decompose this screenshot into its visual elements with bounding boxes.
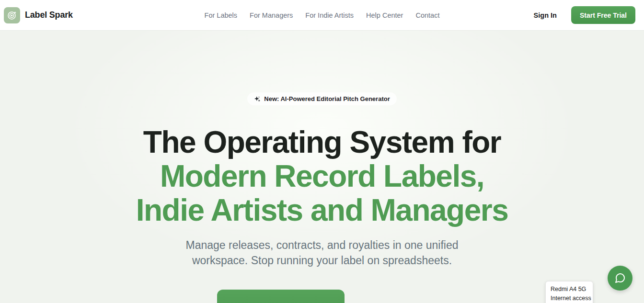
nav-link-for-indie-artists[interactable]: For Indie Artists [305,11,354,19]
start-free-trial-button[interactable]: Start Free Trial [571,6,635,24]
chat-widget-button[interactable] [608,266,632,291]
brand[interactable]: Label Spark [4,7,73,23]
hero-title: The Operating System for Modern Record L… [0,125,644,227]
hero-primary-cta-button[interactable] [217,290,345,303]
nav-link-contact[interactable]: Contact [415,11,439,19]
hero-subtitle-line2: workspace. Stop running your label on sp… [192,254,452,267]
hero-title-line3: Indie Artists and Managers [136,193,508,227]
network-status: Internet access [551,294,588,303]
sparkles-icon [254,96,261,102]
hero-title-line2: Modern Record Labels, [160,159,484,193]
hero-subtitle: Manage releases, contracts, and royaltie… [0,237,644,268]
vinyl-record-logo-icon [4,7,20,23]
hero-subtitle-line1: Manage releases, contracts, and royaltie… [186,239,459,251]
message-circle-icon [614,272,626,284]
nav-link-for-managers[interactable]: For Managers [250,11,293,19]
sign-in-link[interactable]: Sign In [534,11,557,19]
nav-link-help-center[interactable]: Help Center [366,11,403,19]
nav-link-for-labels[interactable]: For Labels [205,11,238,19]
network-name: Redmi A4 5G [551,285,588,294]
network-status-tooltip: Redmi A4 5G Internet access [545,281,593,303]
new-feature-badge[interactable]: New: AI-Powered Editorial Pitch Generato… [247,92,396,105]
brand-name: Label Spark [25,10,73,20]
hero-title-line1: The Operating System for [143,125,501,159]
hero-section: New: AI-Powered Editorial Pitch Generato… [0,31,644,303]
badge-label: New: AI-Powered Editorial Pitch Generato… [264,95,390,102]
header: Label Spark For Labels For Managers For … [0,0,644,31]
auth-actions: Sign In Start Free Trial [534,6,635,24]
